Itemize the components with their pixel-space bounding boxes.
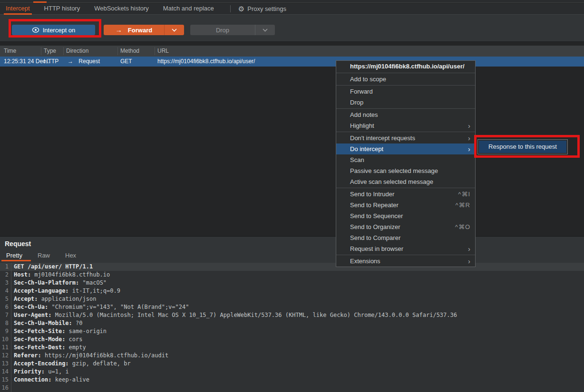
menu-item-dont-intercept-requests[interactable]: Don't intercept requests› [336, 133, 475, 143]
column-header-direction[interactable]: Direction [63, 46, 88, 57]
chevron-down-icon [172, 29, 177, 32]
request-line: 10Sec-Fetch-Mode: cors [0, 335, 584, 344]
tab-websockets-history[interactable]: WebSockets history [94, 3, 149, 15]
request-line: 2Host: mj0104fi6bk8.ctfhub.io [0, 271, 584, 279]
request-line: 14Priority: u=1, i [0, 368, 584, 376]
request-line: 8Sec-Ch-Ua-Mobile: ?0 [0, 319, 584, 327]
submenu-arrow-icon: › [468, 256, 470, 267]
tab-hex[interactable]: Hex [65, 251, 76, 261]
drop-dropdown-button [255, 25, 275, 35]
main-nav-strip [0, 0, 584, 3]
submenu-arrow-icon: › [468, 133, 470, 143]
request-line: 1GET /api/user/ HTTP/1.1 [0, 263, 584, 271]
request-line: 9Sec-Fetch-Site: same-origin [0, 327, 584, 335]
do-intercept-submenu: Response to this request [477, 139, 568, 154]
eye-icon [32, 27, 39, 33]
forward-dropdown-button[interactable] [164, 25, 184, 35]
request-panel-title: Request [5, 240, 31, 248]
shortcut-label: ^⌘I [458, 189, 470, 200]
cell-direction: Request [78, 58, 100, 65]
forward-button[interactable]: → Forward [104, 25, 184, 35]
tab-raw[interactable]: Raw [38, 251, 50, 261]
submenu-arrow-icon: › [468, 243, 470, 254]
selected-tab-underline [1, 260, 31, 261]
request-line: 12Referer: https://mj0104fi6bk8.ctfhub.i… [0, 352, 584, 360]
column-header-time[interactable]: Time [1, 46, 16, 57]
table-row-selected[interactable]: 12:25:31 24 Dec... HTTP → Request GET ht… [0, 57, 584, 67]
tab-proxy-settings[interactable]: ⚙ Proxy settings [238, 3, 286, 15]
request-line: 7User-Agent: Mozilla/5.0 (Macintosh; Int… [0, 311, 584, 319]
column-header-url[interactable]: URL [155, 46, 169, 57]
column-header-method[interactable]: Method [117, 46, 139, 57]
tab-match-and-replace[interactable]: Match and replace [163, 3, 214, 15]
table-header: Time Type Direction Method URL [0, 46, 584, 57]
column-header-type[interactable]: Type [41, 46, 56, 57]
shortcut-label: ^⌘R [456, 200, 471, 210]
context-menu: https://mj0104fi6bk8.ctfhub.io/api/user/… [336, 60, 476, 267]
menu-item-send-to-organizer[interactable]: Send to Organizer^⌘O [336, 221, 475, 232]
menu-item-highlight[interactable]: Highlight› [336, 120, 475, 131]
menu-item-add-notes[interactable]: Add notes [336, 109, 475, 120]
tabbar-divider [230, 5, 231, 12]
gear-icon: ⚙ [238, 4, 244, 14]
direction-arrow-icon: → [68, 58, 73, 65]
request-line: 6Sec-Ch-Ua: "Chromium";v="143", "Not A(B… [0, 303, 584, 311]
cell-method: GET [117, 57, 132, 67]
request-line: 15Connection: keep-alive [0, 376, 584, 384]
request-line: 3Sec-Ch-Ua-Platform: "macOS" [0, 279, 584, 287]
menu-item-send-to-repeater[interactable]: Send to Repeater^⌘R [336, 200, 475, 210]
request-line: 4Accept-Language: it-IT,it;q=0.9 [0, 287, 584, 295]
cell-type: HTTP [41, 57, 58, 67]
menu-item-extensions[interactable]: Extensions› [336, 256, 475, 267]
menu-item-request-in-browser[interactable]: Request in browser› [336, 243, 475, 254]
request-line: 16 [0, 384, 584, 392]
cell-url: https://mj0104fi6bk8.ctfhub.io/api/user/ [155, 57, 255, 67]
request-line: 13Accept-Encoding: gzip, deflate, br [0, 360, 584, 368]
menu-item-active-scan[interactable]: Active scan selected message [336, 176, 475, 187]
request-panel-header: Request Pretty Raw Hex [0, 236, 584, 263]
menu-item-send-to-comparer[interactable]: Send to Comparer [336, 232, 475, 243]
submenu-arrow-icon: › [468, 120, 470, 131]
menu-item-add-to-scope[interactable]: Add to scope [336, 74, 475, 85]
context-menu-title-url: https://mj0104fi6bk8.ctfhub.io/api/user/ [336, 61, 475, 72]
menu-item-response-to-this-request[interactable]: Response to this request [479, 141, 566, 153]
request-line: 5Accept: application/json [0, 295, 584, 303]
intercept-toggle-button[interactable]: Intercept on [12, 25, 95, 35]
menu-item-passive-scan[interactable]: Passive scan selected message [336, 165, 475, 176]
request-line: 11Sec-Fetch-Dest: empty [0, 344, 584, 352]
forward-arrow-icon: → [116, 26, 122, 34]
menu-item-send-to-intruder[interactable]: Send to Intruder^⌘I [336, 189, 475, 200]
intercept-toolbar: Intercept on → Forward Drop [0, 15, 584, 42]
tab-intercept[interactable]: Intercept [6, 3, 30, 15]
drop-button: Drop [190, 25, 275, 35]
menu-item-send-to-sequencer[interactable]: Send to Sequencer [336, 210, 475, 221]
tab-http-history[interactable]: HTTP history [44, 3, 80, 15]
proxy-tabbar: Intercept HTTP history WebSockets histor… [0, 3, 584, 15]
request-editor[interactable]: 1GET /api/user/ HTTP/1.1 2Host: mj0104fi… [0, 263, 584, 392]
chevron-down-icon [263, 29, 268, 32]
menu-item-scan[interactable]: Scan [336, 154, 475, 165]
shortcut-label: ^⌘O [455, 221, 470, 232]
menu-item-drop[interactable]: Drop [336, 97, 475, 108]
menu-item-do-intercept[interactable]: Do intercept› [336, 143, 475, 154]
menu-item-forward[interactable]: Forward [336, 86, 475, 97]
submenu-arrow-icon: › [468, 143, 470, 154]
